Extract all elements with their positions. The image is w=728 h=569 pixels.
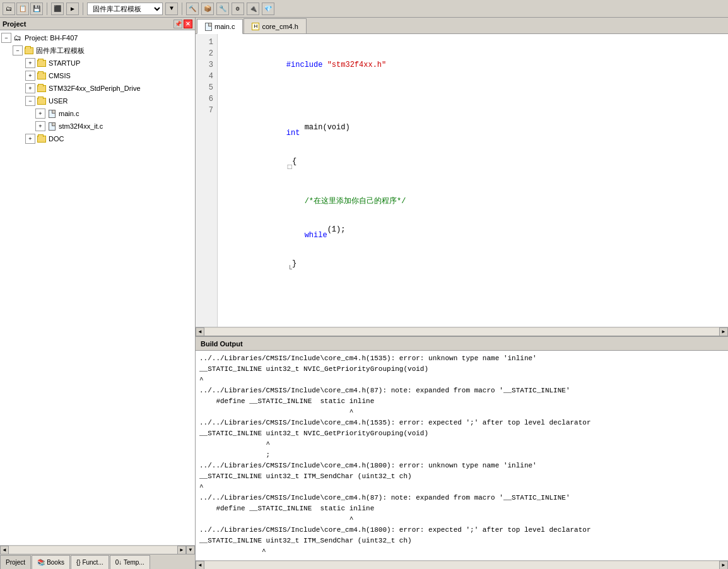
build-line-4: ../../Libraries/CMSIS/Include\core_cm4.h… <box>199 385 724 396</box>
tab-templates-label: 0↓ Temp... <box>115 559 144 566</box>
build-line-5: #define __STATIC_INLINE static inline <box>199 396 724 407</box>
tree-item-firmware[interactable]: − 固件库工程模板 <box>0 44 195 57</box>
editor-scroll-left[interactable]: ◀ <box>196 327 204 336</box>
build-scroll-right[interactable]: ▶ <box>719 561 728 570</box>
editor-tab-corecm4[interactable]: H core_cm4.h <box>244 18 306 33</box>
startup-label: STARTUP <box>49 59 80 67</box>
itc-file-icon <box>47 122 57 131</box>
build-line-14: ../../Libraries/CMSIS/Include\core_cm4.h… <box>199 460 724 471</box>
toolbar-btn-1[interactable]: 🗂 <box>3 3 15 15</box>
tab-project-label: Project <box>6 559 25 566</box>
panel-pin-button[interactable]: 📌 <box>173 20 182 28</box>
build-line-22: ../../Libraries/CMSIS/Include\core_cm4.h… <box>199 525 724 536</box>
build-line-6: ^ <box>199 407 724 418</box>
editor-scroll-right[interactable]: ▶ <box>719 327 728 336</box>
build-output-hscrollbar[interactable]: ◀ ▶ <box>196 560 728 569</box>
tree-hscrollbar[interactable]: ◀ ▶ ▼ <box>0 545 195 554</box>
toolbar-btn-8[interactable]: 📦 <box>201 3 214 15</box>
mainc-tab-icon <box>205 23 212 31</box>
tree-item-user[interactable]: − USER <box>0 95 195 107</box>
toolbar-sep-2 <box>83 3 83 15</box>
tree-item-itc[interactable]: + stm32f4xx_it.c <box>0 120 195 132</box>
tree-item-startup[interactable]: + STARTUP <box>0 57 195 69</box>
tree-scroll-down[interactable]: ▼ <box>186 546 195 554</box>
cmsis-folder-icon <box>37 71 47 80</box>
while-keyword: while <box>305 230 327 241</box>
startup-folder-icon <box>37 59 47 67</box>
project-root-label: Project: BH-F407 <box>25 34 78 42</box>
toolbar-btn-4[interactable]: ⬛ <box>51 3 64 15</box>
code-line-3: int main(void) <box>223 127 723 139</box>
panel-controls: 📌 ✕ <box>173 20 192 28</box>
expander-periph[interactable]: + <box>25 83 35 93</box>
line-num-7: 7 <box>196 105 217 116</box>
right-panel: main.c H core_cm4.h 1 2 3 4 5 6 7 <box>196 18 728 569</box>
tree-item-cmsis[interactable]: + CMSIS <box>0 69 195 82</box>
tree-item-stm32-periph[interactable]: + STM32F4xx_StdPeriph_Drive <box>0 82 195 95</box>
toolbar-btn-7[interactable]: 🔨 <box>186 3 199 15</box>
tab-functions[interactable]: {} Funct... <box>71 555 109 569</box>
build-line-24: ^ <box>199 546 724 557</box>
project-dropdown[interactable]: 固件库工程模板固件库工程模板 <box>87 3 163 15</box>
code-line-7: └} <box>223 264 723 275</box>
panel-close-button[interactable]: ✕ <box>184 20 192 28</box>
project-panel-titlebar: Project 📌 ✕ <box>0 18 195 30</box>
tree-scroll-track[interactable] <box>9 546 177 554</box>
editor-tabs: main.c H core_cm4.h <box>196 18 728 34</box>
toolbar-btn-2[interactable]: 📋 <box>16 3 29 15</box>
tree-scroll-left[interactable]: ◀ <box>0 546 9 554</box>
expander-itc[interactable]: + <box>35 121 45 131</box>
expander-cmsis[interactable]: + <box>25 71 35 81</box>
mainc-file-icon <box>47 109 57 118</box>
build-line-18: ../../Libraries/CMSIS/Include\core_cm4.h… <box>199 493 724 503</box>
expander-root[interactable]: − <box>1 33 11 43</box>
toolbar-btn-5[interactable]: ▶ <box>66 3 79 15</box>
periph-label: STM32F4xx_StdPeriph_Drive <box>49 85 141 92</box>
expander-firmware[interactable]: − <box>13 45 23 56</box>
tree-scroll-right[interactable]: ▶ <box>177 546 186 554</box>
tab-books[interactable]: 📚 Books <box>32 555 70 569</box>
toolbar-btn-9[interactable]: 🔧 <box>216 3 229 15</box>
build-line-12: ; <box>199 450 724 460</box>
toolbar-buttons-left: 🗂 📋 💾 <box>3 3 43 15</box>
project-tree[interactable]: − 🗂 Project: BH-F407 − 固件库工程模板 + STARTUP <box>0 30 195 545</box>
line-num-5: 5 <box>196 82 217 93</box>
build-line-1: __STATIC_INLINE uint32_t NVIC_GetPriorit… <box>199 364 724 375</box>
build-line-0: ../../Libraries/CMSIS/Include\core_cm4.h… <box>199 353 724 364</box>
editor-tab-mainc[interactable]: main.c <box>197 19 243 34</box>
doc-folder-icon <box>37 134 47 143</box>
build-scroll-left[interactable]: ◀ <box>196 561 204 570</box>
build-output-content[interactable]: ../../Libraries/CMSIS/Include\core_cm4.h… <box>196 351 728 560</box>
toolbar: 🗂 📋 💾 ⬛ ▶ 固件库工程模板固件库工程模板 ▼ 🔨 📦 🔧 ⚙ 🔌 💎 <box>0 0 728 18</box>
toolbar-btn-12[interactable]: 💎 <box>262 3 274 15</box>
expander-doc[interactable]: + <box>25 134 35 144</box>
editor-scroll-track[interactable] <box>204 328 719 336</box>
tree-item-mainc[interactable]: + main.c <box>0 107 195 120</box>
code-content[interactable]: #include "stm32f4xx.h" int main(void) □{… <box>218 34 728 327</box>
tree-item-root[interactable]: − 🗂 Project: BH-F407 <box>0 32 195 44</box>
tree-item-doc[interactable]: + DOC <box>0 132 195 145</box>
open-brace-icon: □ <box>288 161 292 173</box>
toolbar-btn-11[interactable]: 🔌 <box>247 3 259 15</box>
tab-templates[interactable]: 0↓ Temp... <box>110 555 150 569</box>
build-output-title-text: Build Output <box>201 340 243 348</box>
build-line-2: ^ <box>199 375 724 385</box>
toolbar-btn-10[interactable]: ⚙ <box>232 3 244 15</box>
build-line-10: ^ <box>199 439 724 450</box>
tab-books-label: Books <box>47 559 64 566</box>
project-root-icon: 🗂 <box>13 33 23 42</box>
line-num-1: 1 <box>196 37 217 48</box>
tab-project[interactable]: Project <box>0 555 31 569</box>
expander-startup[interactable]: + <box>25 58 35 68</box>
doc-label: DOC <box>49 135 64 143</box>
build-line-15: __STATIC_INLINE uint32_t ITM_SendChar (u… <box>199 471 724 482</box>
editor-hscrollbar[interactable]: ◀ ▶ <box>196 327 728 336</box>
tab-functions-label: {} Funct... <box>76 559 103 566</box>
build-scroll-track[interactable] <box>204 561 719 569</box>
toolbar-btn-3[interactable]: 💾 <box>30 3 43 15</box>
mainc-label: main.c <box>59 110 79 117</box>
expander-user[interactable]: − <box>25 96 35 106</box>
expander-mainc[interactable]: + <box>35 109 45 119</box>
corecm4-tab-icon: H <box>252 23 259 30</box>
toolbar-btn-6[interactable]: ▼ <box>165 3 178 15</box>
